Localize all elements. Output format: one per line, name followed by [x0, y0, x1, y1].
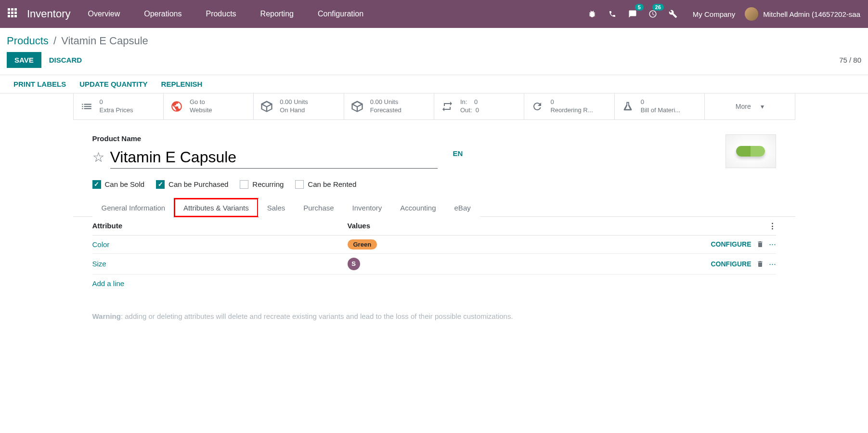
attribute-link[interactable]: Color — [92, 240, 110, 249]
discard-button[interactable]: DISCARD — [49, 56, 82, 64]
svg-rect-8 — [14, 15, 17, 17]
warning-text: Warning: adding or deleting attributes w… — [73, 293, 795, 330]
caret-down-icon: ▾ — [761, 103, 764, 110]
stat-forecasted[interactable]: 0.00 Units Forecasted — [344, 93, 434, 119]
column-attribute: Attribute — [92, 222, 348, 230]
can-be-rented-checkbox[interactable]: Can be Rented — [295, 180, 356, 189]
breadcrumb-current: Vitamin E Capsule — [61, 35, 148, 47]
table-row: Size S CONFIGURE ⋯ — [92, 254, 776, 275]
schedule-badge: 26 — [652, 4, 664, 11]
capsule-icon — [736, 146, 765, 157]
more-label: More — [736, 103, 751, 110]
stat-label: Forecasted — [370, 106, 402, 115]
cubes-icon — [259, 99, 274, 114]
favorite-star-icon[interactable]: ☆ — [92, 149, 104, 165]
nav-overview[interactable]: Overview — [88, 10, 120, 18]
nav-operations[interactable]: Operations — [144, 10, 181, 18]
can-be-sold-checkbox[interactable]: Can be Sold — [92, 180, 145, 189]
stat-on-hand[interactable]: 0.00 Units On Hand — [254, 93, 344, 119]
stat-label: Reordering R... — [550, 106, 593, 115]
out-label: Out: — [460, 106, 472, 114]
product-image[interactable] — [725, 134, 776, 168]
column-values: Values — [348, 222, 762, 230]
out-value: 0 — [476, 106, 479, 114]
svg-rect-7 — [11, 15, 13, 17]
tab-general-information[interactable]: General Information — [92, 198, 175, 217]
more-icon[interactable]: ⋯ — [769, 240, 776, 249]
value-tag[interactable]: S — [348, 258, 360, 270]
chat-icon[interactable]: 5 — [624, 6, 641, 22]
stat-more[interactable]: More ▾ — [705, 93, 794, 119]
tools-icon[interactable] — [665, 6, 681, 22]
chat-badge: 5 — [635, 4, 644, 11]
configure-button[interactable]: CONFIGURE — [711, 240, 751, 248]
breadcrumb-parent[interactable]: Products — [7, 35, 49, 47]
trash-icon[interactable] — [756, 260, 764, 268]
stat-value: 0 — [550, 98, 593, 106]
transfer-icon — [440, 99, 454, 114]
value-tag[interactable]: Green — [348, 239, 377, 249]
svg-rect-5 — [14, 12, 17, 14]
in-label: In: — [460, 98, 467, 105]
print-labels-button[interactable]: PRINT LABELS — [13, 80, 66, 88]
stat-label: Bill of Materi... — [641, 106, 680, 115]
checkbox-label: Can be Purchased — [168, 180, 228, 188]
nav-configuration[interactable]: Configuration — [318, 10, 363, 18]
replenish-button[interactable]: REPLENISH — [161, 80, 203, 88]
user-name: Mitchell Admin (14657202-saa — [763, 10, 860, 18]
product-name-label: Product Name — [92, 134, 776, 143]
refresh-icon — [530, 99, 544, 114]
table-row: Color Green CONFIGURE ⋯ — [92, 236, 776, 254]
in-value: 0 — [474, 98, 478, 105]
stat-transfers[interactable]: In: 0 Out: 0 — [434, 93, 524, 119]
stat-value: 0 — [641, 98, 680, 106]
tab-sales[interactable]: Sales — [258, 198, 295, 217]
svg-rect-2 — [14, 8, 17, 11]
tab-ebay[interactable]: eBay — [445, 198, 480, 217]
company-selector[interactable]: My Company — [693, 10, 735, 18]
checkbox-label: Can be Rented — [308, 180, 356, 188]
stat-reordering[interactable]: 0 Reordering R... — [524, 93, 614, 119]
schedule-icon[interactable]: 26 — [645, 6, 661, 22]
add-line-link[interactable]: Add a line — [92, 279, 125, 288]
column-menu-icon[interactable]: ⋮ — [762, 222, 776, 230]
checkbox-label: Can be Sold — [105, 180, 145, 188]
stat-extra-prices[interactable]: 0 Extra Prices — [74, 93, 164, 119]
more-icon[interactable]: ⋯ — [769, 260, 776, 268]
breadcrumb: Products / Vitamin E Capsule — [7, 35, 861, 47]
trash-icon[interactable] — [756, 240, 764, 248]
configure-button[interactable]: CONFIGURE — [711, 260, 751, 268]
tab-inventory[interactable]: Inventory — [343, 198, 391, 217]
recurring-checkbox[interactable]: Recurring — [240, 180, 284, 189]
bug-icon[interactable] — [584, 6, 600, 22]
svg-rect-1 — [11, 8, 13, 11]
stat-label: Extra Prices — [100, 106, 133, 115]
attribute-link[interactable]: Size — [92, 260, 106, 268]
stat-website[interactable]: Go to Website — [164, 93, 254, 119]
stat-label: Website — [190, 106, 212, 115]
tab-accounting[interactable]: Accounting — [391, 198, 445, 217]
update-quantity-button[interactable]: UPDATE QUANTITY — [79, 80, 147, 88]
tab-purchase[interactable]: Purchase — [294, 198, 343, 217]
nav-products[interactable]: Products — [206, 10, 236, 18]
app-brand[interactable]: Inventory — [27, 8, 71, 20]
stat-value: 0.00 Units — [370, 98, 402, 106]
stat-value: 0.00 Units — [280, 98, 308, 106]
language-button[interactable]: EN — [453, 149, 463, 157]
phone-icon[interactable] — [604, 6, 621, 22]
can-be-purchased-checkbox[interactable]: Can be Purchased — [156, 180, 228, 189]
stat-value: Go to — [190, 98, 212, 106]
nav-reporting[interactable]: Reporting — [260, 10, 294, 18]
apps-icon[interactable] — [8, 8, 19, 20]
save-button[interactable]: SAVE — [7, 52, 41, 68]
stat-bom[interactable]: 0 Bill of Materi... — [615, 93, 705, 119]
globe-icon — [169, 99, 184, 114]
tab-attributes-variants[interactable]: Attributes & Variants — [174, 198, 258, 217]
checkbox-label: Recurring — [252, 180, 284, 188]
avatar-icon — [745, 7, 758, 21]
product-name-input[interactable] — [110, 146, 438, 169]
stat-value: 0 — [100, 98, 133, 106]
user-menu[interactable]: Mitchell Admin (14657202-saa — [745, 7, 860, 21]
checkbox-icon — [92, 180, 101, 189]
pager[interactable]: 75 / 80 — [839, 56, 861, 64]
